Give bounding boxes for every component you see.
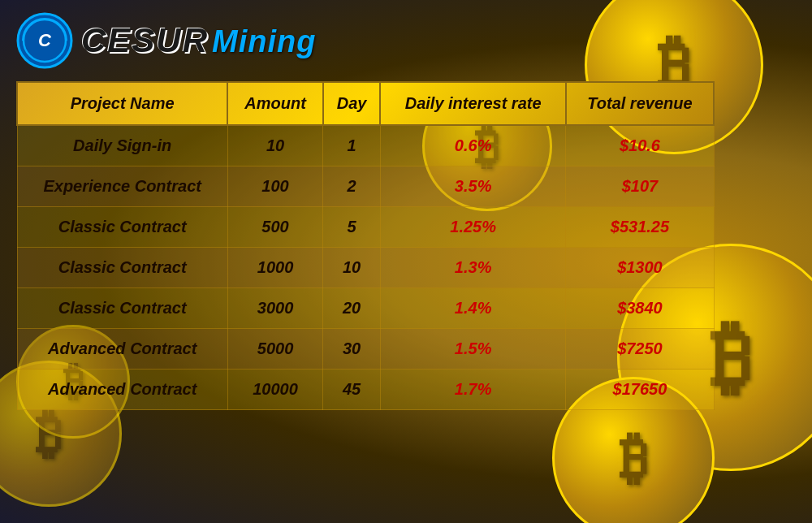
col-header-project-name: Project Name bbox=[17, 82, 227, 125]
cell-interest: 1.25% bbox=[380, 207, 565, 248]
cell-revenue: $1300 bbox=[566, 248, 714, 288]
table-body: Daily Sign-in1010.6%$10.6Experience Cont… bbox=[17, 125, 714, 410]
table-row: Daily Sign-in1010.6%$10.6 bbox=[17, 125, 714, 166]
contracts-table-container: Project Name Amount Day Daily interest r… bbox=[16, 81, 715, 410]
cell-revenue: $10.6 bbox=[566, 125, 714, 166]
cell-interest: 1.4% bbox=[380, 288, 565, 329]
cell-interest: 1.3% bbox=[380, 248, 565, 288]
cell-project-name: Classic Contract bbox=[17, 288, 227, 329]
cell-day: 2 bbox=[323, 166, 381, 207]
cell-amount: 3000 bbox=[227, 288, 322, 329]
cell-day: 45 bbox=[323, 370, 381, 410]
cell-interest: 3.5% bbox=[380, 166, 565, 207]
cell-day: 20 bbox=[323, 288, 381, 329]
cell-project-name: Classic Contract bbox=[17, 207, 227, 248]
table-row: Experience Contract10023.5%$107 bbox=[17, 166, 714, 207]
col-header-revenue: Total revenue bbox=[566, 82, 714, 125]
cell-project-name: Experience Contract bbox=[17, 166, 227, 207]
cell-interest: 1.7% bbox=[380, 370, 565, 410]
table-header-row: Project Name Amount Day Daily interest r… bbox=[17, 82, 714, 125]
table-row: Classic Contract1000101.3%$1300 bbox=[17, 248, 714, 288]
table-row: Advanced Contract5000301.5%$7250 bbox=[17, 329, 714, 370]
cell-day: 5 bbox=[323, 207, 381, 248]
cell-day: 10 bbox=[323, 248, 381, 288]
cell-amount: 10000 bbox=[227, 370, 322, 410]
cell-interest: 1.5% bbox=[380, 329, 565, 370]
cell-amount: 500 bbox=[227, 207, 322, 248]
contracts-table: Project Name Amount Day Daily interest r… bbox=[16, 81, 715, 410]
cell-revenue: $7250 bbox=[566, 329, 714, 370]
cell-amount: 100 bbox=[227, 166, 322, 207]
main-content: C CESUR Mining Project Name Amount Day D… bbox=[0, 0, 812, 422]
logo-area: C CESUR Mining bbox=[16, 12, 796, 69]
cell-amount: 5000 bbox=[227, 329, 322, 370]
cell-revenue: $531.25 bbox=[566, 207, 714, 248]
table-row: Classic Contract3000201.4%$3840 bbox=[17, 288, 714, 329]
cell-revenue: $3840 bbox=[566, 288, 714, 329]
svg-text:C: C bbox=[38, 30, 52, 50]
cell-revenue: $17650 bbox=[566, 370, 714, 410]
logo-text: CESUR Mining bbox=[81, 21, 316, 60]
cell-day: 30 bbox=[323, 329, 381, 370]
col-header-amount: Amount bbox=[227, 82, 322, 125]
cesur-logo-icon: C bbox=[16, 12, 73, 69]
col-header-day: Day bbox=[323, 82, 381, 125]
cell-day: 1 bbox=[323, 125, 381, 166]
cell-amount: 10 bbox=[227, 125, 322, 166]
logo-brand: CESUR bbox=[81, 21, 209, 60]
cell-project-name: Advanced Contract bbox=[17, 370, 227, 410]
col-header-interest: Daily interest rate bbox=[380, 82, 565, 125]
cell-project-name: Classic Contract bbox=[17, 248, 227, 288]
cell-revenue: $107 bbox=[566, 166, 714, 207]
cell-project-name: Daily Sign-in bbox=[17, 125, 227, 166]
cell-project-name: Advanced Contract bbox=[17, 329, 227, 370]
cell-interest: 0.6% bbox=[380, 125, 565, 166]
table-row: Advanced Contract10000451.7%$17650 bbox=[17, 370, 714, 410]
table-row: Classic Contract50051.25%$531.25 bbox=[17, 207, 714, 248]
cell-amount: 1000 bbox=[227, 248, 322, 288]
logo-subtitle: Mining bbox=[212, 24, 316, 59]
